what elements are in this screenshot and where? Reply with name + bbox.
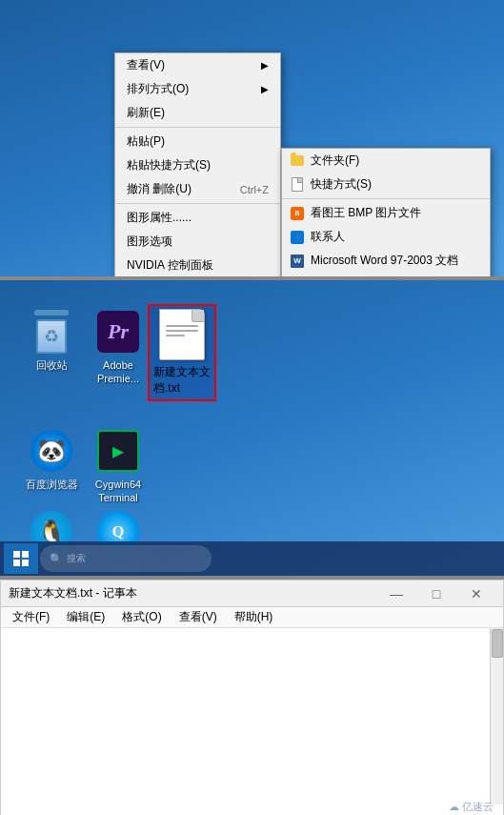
taskbar-search[interactable]: 🔍 搜索 xyxy=(40,545,212,572)
folder-icon xyxy=(290,153,305,169)
menu-item-undo[interactable]: 撤消 删除(U)Ctrl+Z xyxy=(115,177,280,201)
menu-item-sort[interactable]: 排列方式(O)▶ xyxy=(115,77,280,101)
premiere-icon: Pr xyxy=(95,309,141,355)
minimize-button[interactable]: — xyxy=(377,582,415,605)
menu-edit[interactable]: 编辑(E) xyxy=(59,607,112,627)
menu-help[interactable]: 帮助(H) xyxy=(227,607,281,627)
menu-item-refresh[interactable]: 刷新(E) xyxy=(115,101,280,125)
watermark: ☁ 亿速云 xyxy=(449,800,494,814)
separator xyxy=(282,198,490,199)
cygwin-icon: ▶ xyxy=(95,428,141,474)
desktop-icon-baidu[interactable]: 🐼 百度浏览器 xyxy=(17,428,86,491)
menu-item-graphics-options[interactable]: 图形选项 xyxy=(115,230,280,254)
submenu-item-word[interactable]: W Microsoft Word 文档 xyxy=(282,273,490,276)
submenu-item-shortcut[interactable]: 快捷方式(S) xyxy=(282,173,490,196)
submenu-item-bmp[interactable]: B 看图王 BMP 图片文件 xyxy=(282,201,490,225)
premiere-label: AdobePremie... xyxy=(97,358,139,386)
close-button[interactable]: ✕ xyxy=(457,582,495,605)
word97-icon: W xyxy=(290,254,305,269)
arrow-icon: ▶ xyxy=(261,60,269,71)
bmp-icon: B xyxy=(290,206,305,221)
menu-item-paste-shortcut[interactable]: 粘贴快捷方式(S) xyxy=(115,153,280,177)
context-menu-main[interactable]: 查看(V)▶ 排列方式(O)▶ 刷新(E) 粘贴(P) 粘贴快捷方式(S) 撤消… xyxy=(114,52,281,276)
svg-rect-0 xyxy=(13,551,20,558)
notepad-scrollbar[interactable] xyxy=(490,628,503,805)
watermark-symbol: ☁ xyxy=(449,801,459,813)
section1-desktop-context: 查看(V)▶ 排列方式(O)▶ 刷新(E) 粘贴(P) 粘贴快捷方式(S) 撤消… xyxy=(0,0,504,276)
svg-rect-1 xyxy=(22,551,29,558)
menu-item-graphics-props[interactable]: 图形属性...... xyxy=(115,206,280,230)
desktop-icon-premiere[interactable]: Pr AdobePremie... xyxy=(84,309,152,386)
notepad-content-area[interactable] xyxy=(1,628,503,805)
menu-view[interactable]: 查看(V) xyxy=(171,607,225,627)
window-controls: — □ ✕ xyxy=(377,582,495,605)
menu-file[interactable]: 文件(F) xyxy=(5,607,57,627)
svg-rect-2 xyxy=(13,560,20,566)
separator xyxy=(115,127,280,128)
baidu-icon: 🐼 xyxy=(29,428,74,474)
newtxt-label: 新建文本文档.txt xyxy=(153,364,211,397)
separator xyxy=(115,203,280,204)
notepad-menubar: 文件(F) 编辑(E) 格式(O) 查看(V) 帮助(H) xyxy=(1,607,503,628)
menu-item-paste[interactable]: 粘贴(P) xyxy=(115,130,280,153)
scrollbar-thumb[interactable] xyxy=(492,629,503,658)
submenu-item-word97[interactable]: W Microsoft Word 97-2003 文档 xyxy=(282,249,490,273)
menu-item-view[interactable]: 查看(V)▶ xyxy=(115,53,280,77)
newtxt-file-icon xyxy=(159,309,205,360)
arrow-icon: ▶ xyxy=(261,84,269,94)
menu-item-nvidia[interactable]: NVIDIA 控制面板 xyxy=(115,254,280,276)
notepad-title: 新建文本文档.txt - 记事本 xyxy=(9,585,377,601)
submenu-new[interactable]: 文件夹(F) 快捷方式(S) B 看图王 BMP 图片文件 👤 联系人 W Mi… xyxy=(281,148,491,276)
notepad-textarea[interactable] xyxy=(1,628,488,805)
section3-notepad: 新建文本文档.txt - 记事本 — □ ✕ 文件(F) 编辑(E) 格式(O)… xyxy=(0,580,504,815)
recycle-icon xyxy=(29,309,74,355)
submenu-item-folder[interactable]: 文件夹(F) xyxy=(282,149,490,173)
recycle-label: 回收站 xyxy=(36,358,68,372)
taskbar: 🔍 搜索 xyxy=(0,541,504,576)
svg-rect-3 xyxy=(22,560,29,566)
cygwin-label: Cygwin64Terminal xyxy=(95,478,141,505)
watermark-text: 亿速云 xyxy=(462,800,494,814)
shortcut-icon xyxy=(290,177,305,193)
submenu-item-contact[interactable]: 👤 联系人 xyxy=(282,225,490,249)
desktop-icon-recycle[interactable]: 回收站 xyxy=(17,309,86,372)
desktop-icon-cygwin[interactable]: ▶ Cygwin64Terminal xyxy=(84,428,152,505)
start-button[interactable] xyxy=(4,543,38,574)
baidu-label: 百度浏览器 xyxy=(26,478,78,491)
menu-format[interactable]: 格式(O) xyxy=(114,607,169,627)
section2-desktop: 回收站 Pr AdobePremie... 新建文本文档.txt 🐼 百度浏览器… xyxy=(0,280,504,576)
desktop-icon-newtxt-wrapper[interactable]: 新建文本文档.txt xyxy=(148,304,216,401)
maximize-button[interactable]: □ xyxy=(417,582,455,605)
contact-icon: 👤 xyxy=(290,230,305,245)
notepad-titlebar: 新建文本文档.txt - 记事本 — □ ✕ xyxy=(1,581,503,607)
